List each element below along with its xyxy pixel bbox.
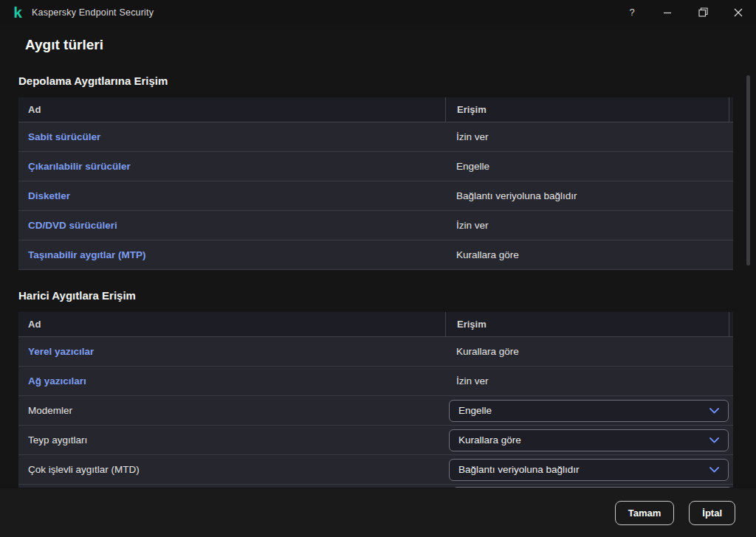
access-dropdown-value: Engelle bbox=[458, 405, 492, 416]
device-name-label: Çok işlevli aygıtlar (MTD) bbox=[28, 464, 140, 475]
access-dropdown[interactable]: Kurallara göre bbox=[449, 429, 729, 451]
table-row: Ağ yazıcılarıİzin ver bbox=[18, 367, 733, 396]
column-header-access: Erişim bbox=[445, 312, 729, 336]
access-cell: Bağlantı veriyoluna bağlıdır bbox=[445, 190, 733, 201]
device-name-cell: Yerel yazıcılar bbox=[18, 346, 445, 357]
device-name-link[interactable]: Yerel yazıcılar bbox=[28, 346, 94, 357]
table-row: Yerel yazıcılarKurallara göre bbox=[18, 337, 733, 367]
table-row: DisketlerBağlantı veriyoluna bağlıdır bbox=[18, 181, 733, 211]
table-row: ModemlerEngelle bbox=[18, 396, 733, 426]
device-table: AdErişimYerel yazıcılarKurallara göreAğ … bbox=[18, 312, 733, 488]
title-bar: k Kaspersky Endpoint Security ? bbox=[0, 0, 756, 24]
access-cell: Bağlantı veriyoluna bağlıdır bbox=[445, 459, 733, 481]
cancel-button[interactable]: İptal bbox=[689, 501, 735, 525]
access-cell: Engelle bbox=[445, 161, 733, 172]
device-name-link[interactable]: Çıkarılabilir sürücüler bbox=[28, 161, 131, 172]
table-header-row: AdErişim bbox=[18, 312, 733, 337]
minimize-button[interactable] bbox=[650, 0, 685, 24]
clipped-table-row bbox=[18, 485, 733, 488]
device-name-cell: Modemler bbox=[18, 405, 445, 416]
access-value: İzin ver bbox=[456, 131, 489, 142]
kaspersky-logo-icon: k bbox=[10, 4, 25, 21]
access-value: Kurallara göre bbox=[456, 346, 519, 357]
device-name-cell: Ağ yazıcıları bbox=[18, 375, 445, 387]
access-cell: Kurallara göre bbox=[445, 249, 733, 260]
device-name-link[interactable]: Disketler bbox=[28, 190, 70, 201]
access-cell: Engelle bbox=[445, 400, 733, 422]
restore-button[interactable] bbox=[685, 0, 721, 24]
device-name-cell: Taşınabilir aygıtlar (MTP) bbox=[18, 249, 445, 260]
device-name-link[interactable]: Sabit sürücüler bbox=[28, 131, 100, 142]
access-cell: İzin ver bbox=[445, 220, 733, 231]
page-title: Aygıt türleri bbox=[25, 35, 756, 55]
chevron-down-icon bbox=[709, 408, 719, 414]
footer-bar: Tamam İptal bbox=[0, 488, 756, 537]
table-row: Teyp aygıtlarıKurallara göre bbox=[18, 426, 733, 455]
device-name-cell: Teyp aygıtları bbox=[18, 434, 445, 446]
access-cell: Kurallara göre bbox=[445, 429, 733, 451]
app-title: Kaspersky Endpoint Security bbox=[32, 7, 154, 18]
vertical-scrollbar-thumb[interactable] bbox=[746, 75, 750, 266]
column-header-sliver bbox=[729, 312, 733, 336]
section-heading: Harici Aygıtlara Erişim bbox=[18, 289, 733, 302]
minimize-icon bbox=[663, 8, 672, 17]
device-name-label: Modemler bbox=[28, 405, 72, 416]
column-header-name: Ad bbox=[18, 97, 445, 122]
device-name-cell: Disketler bbox=[18, 190, 445, 201]
device-name-link[interactable]: Taşınabilir aygıtlar (MTP) bbox=[28, 249, 146, 260]
column-header-sliver bbox=[729, 97, 733, 122]
access-dropdown[interactable]: Bağlantı veriyoluna bağlıdır bbox=[449, 459, 729, 481]
table-row: Çok işlevli aygıtlar (MTD)Bağlantı veriy… bbox=[18, 455, 733, 485]
table-row: Taşınabilir aygıtlar (MTP)Kurallara göre bbox=[18, 240, 733, 270]
access-value: Bağlantı veriyoluna bağlıdır bbox=[456, 190, 577, 201]
access-cell: İzin ver bbox=[445, 131, 733, 142]
chevron-down-icon bbox=[709, 467, 719, 473]
device-name-link[interactable]: Ağ yazıcıları bbox=[28, 375, 86, 387]
device-name-link[interactable]: CD/DVD sürücüleri bbox=[28, 220, 117, 231]
device-name-cell: CD/DVD sürücüleri bbox=[18, 220, 445, 231]
table-header-row: AdErişim bbox=[18, 97, 733, 122]
clipped-access-dropdown bbox=[453, 487, 732, 488]
device-sections: Depolama Aygıtlarına ErişimAdErişimSabit… bbox=[0, 75, 756, 488]
section-heading: Depolama Aygıtlarına Erişim bbox=[18, 75, 733, 88]
ok-button[interactable]: Tamam bbox=[615, 501, 675, 525]
close-icon bbox=[734, 8, 743, 17]
device-name-cell: Sabit sürücüler bbox=[18, 131, 445, 142]
close-button[interactable] bbox=[721, 0, 756, 24]
chevron-down-icon bbox=[709, 437, 719, 443]
help-button[interactable]: ? bbox=[614, 0, 650, 24]
access-dropdown-value: Bağlantı veriyoluna bağlıdır bbox=[458, 464, 580, 475]
footer-buttons: Tamam İptal bbox=[615, 501, 735, 525]
window-controls: ? bbox=[614, 0, 756, 24]
access-value: İzin ver bbox=[456, 375, 489, 387]
access-value: İzin ver bbox=[456, 220, 489, 231]
access-dropdown[interactable]: Engelle bbox=[449, 400, 729, 422]
device-table: AdErişimSabit sürücülerİzin verÇıkarılab… bbox=[18, 97, 733, 270]
help-icon: ? bbox=[629, 7, 634, 18]
access-value: Engelle bbox=[456, 161, 489, 172]
device-name-cell: Çıkarılabilir sürücüler bbox=[18, 161, 445, 172]
table-row: Çıkarılabilir sürücülerEngelle bbox=[18, 152, 733, 181]
access-dropdown-value: Kurallara göre bbox=[458, 434, 521, 446]
column-header-name: Ad bbox=[18, 312, 445, 336]
access-value: Kurallara göre bbox=[456, 249, 519, 260]
table-row: CD/DVD sürücüleriİzin ver bbox=[18, 211, 733, 240]
device-name-cell: Çok işlevli aygıtlar (MTD) bbox=[18, 464, 445, 475]
column-header-access: Erişim bbox=[445, 97, 729, 122]
table-row: Sabit sürücülerİzin ver bbox=[18, 122, 733, 152]
access-cell: Kurallara göre bbox=[445, 346, 733, 357]
restore-icon bbox=[698, 7, 708, 17]
device-name-label: Teyp aygıtları bbox=[28, 434, 87, 446]
access-cell: İzin ver bbox=[445, 375, 733, 387]
